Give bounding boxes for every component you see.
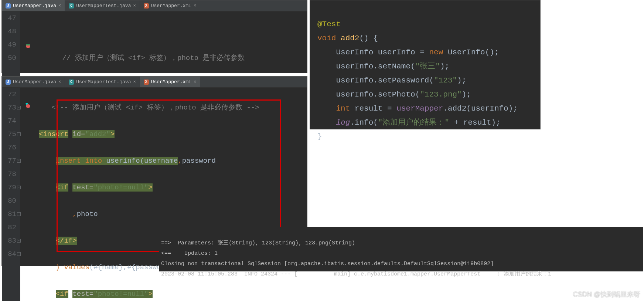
editor-panel-java: J UserMapper.java × C UserMapperTest.jav… — [1, 0, 307, 73]
java-icon: J — [6, 3, 11, 9]
line-number: 83− — [4, 234, 16, 247]
field-ref: userMapper — [396, 104, 443, 113]
tag-if-open: <if — [56, 183, 68, 192]
tag-gt: > — [148, 183, 152, 192]
sql-col: password — [182, 157, 216, 165]
tab-label: UserMapper.xml — [151, 79, 191, 85]
tag-if-close: </if> — [56, 237, 77, 245]
string-literal: "添加用户的结果：" — [378, 118, 449, 127]
code-text: + result); — [449, 118, 501, 127]
close-icon[interactable]: × — [133, 3, 136, 9]
line-number: 50 — [4, 51, 16, 65]
brace-close: } — [317, 132, 322, 141]
line-number: 84− — [4, 247, 16, 261]
method-name: add2 — [341, 34, 359, 43]
code-text: .add2(userInfo); — [443, 104, 518, 113]
tab-usermapper-xml[interactable]: X UserMapper.xml × — [140, 77, 200, 87]
editor-panel-test[interactable]: @Test void add2() { UserInfo userInfo = … — [310, 0, 541, 129]
sig: () { — [359, 34, 378, 43]
tab-bar: J UserMapper.java × C UserMapperTest.jav… — [2, 0, 307, 11]
tab-usermapper-java[interactable]: J UserMapper.java × — [2, 0, 65, 11]
xml-icon: X — [144, 3, 149, 9]
field-ref: log — [336, 118, 350, 127]
console-line: <== Updates: 1 — [161, 250, 218, 257]
gutter: 72 73 − 74 75− 76 77− 78 79− 80 81− 82 8… — [2, 88, 20, 301]
class-icon: C — [69, 80, 74, 85]
close-icon[interactable]: × — [58, 80, 61, 85]
keyword-void: void — [317, 34, 336, 43]
line-number: 82 — [4, 221, 16, 234]
line-number: 81− — [4, 207, 16, 221]
tab-usermappertest-java[interactable]: C UserMapperTest.java × — [65, 77, 140, 87]
tag-gt: > — [148, 290, 152, 298]
comma: , — [178, 157, 182, 165]
sql-insert-into: insert into userinfo(username — [56, 157, 178, 165]
line-number: 77− — [4, 154, 16, 168]
tab-label: UserMapper.java — [13, 79, 56, 85]
tag-insert-open: <insert — [39, 130, 68, 138]
string-literal: "123.png" — [420, 90, 461, 99]
line-number: 78 — [4, 168, 16, 181]
watermark: CSDN @快到锅里来呀 — [573, 290, 640, 299]
code-text: ); — [457, 76, 466, 85]
class-icon: C — [69, 3, 74, 9]
comment: // 添加用户（测试 <if> 标签），photo 是非必传参数 — [62, 54, 245, 62]
line-number: 75− — [4, 128, 16, 141]
tab-label: UserMapper.xml — [151, 3, 191, 9]
sql-values: values — [64, 263, 89, 271]
string-literal: "张三" — [415, 62, 440, 71]
console-line: ==> Parameters: 张三(String), 123(String),… — [161, 240, 355, 246]
line-number: 80 — [4, 194, 16, 207]
tag-if-open: <if — [56, 290, 68, 298]
code-text: userInfo.setPassword( — [336, 76, 434, 85]
tab-label: UserMapperTest.java — [76, 3, 131, 9]
line-number: 76 — [4, 141, 16, 154]
xml-comment: <!-- 添加用户（测试 <if> 标签），photo 是非必传参数 --> — [51, 104, 259, 112]
line-number: 72 — [4, 88, 16, 101]
attr-test: test="photo!=null" — [72, 290, 148, 298]
console-output[interactable]: ==> Parameters: 张三(String), 123(String),… — [159, 227, 643, 271]
code-text: ); — [440, 62, 449, 71]
tab-usermappertest-java[interactable]: C UserMapperTest.java × — [65, 0, 140, 11]
tab-usermapper-java[interactable]: J UserMapper.java × — [2, 77, 65, 87]
paren: ) — [56, 263, 60, 271]
java-icon: J — [6, 80, 11, 85]
line-number: 49 — [4, 38, 16, 51]
tab-bar: J UserMapper.java × C UserMapperTest.jav… — [2, 77, 307, 88]
attr-test: test="photo!=null" — [72, 183, 148, 192]
code-text: ); — [462, 90, 471, 99]
tag-gt: > — [110, 130, 115, 138]
code-text: userInfo.setName( — [336, 62, 415, 71]
comma: , — [72, 210, 76, 218]
tab-label: UserMapper.java — [13, 3, 56, 9]
close-icon[interactable]: × — [194, 80, 196, 85]
code-text: userInfo.setPhoto( — [336, 90, 420, 99]
line-number: 74 — [4, 114, 16, 128]
sql-col: photo — [77, 210, 98, 218]
code-text: UserInfo(); — [443, 48, 499, 57]
string-literal: "123" — [434, 76, 457, 85]
attr-id: id="add2" — [72, 130, 110, 138]
line-number: 79− — [4, 181, 16, 194]
keyword-int: int — [336, 104, 350, 113]
code-text: .info( — [350, 118, 378, 127]
keyword-new: new — [429, 48, 443, 57]
console-line: Closing non transactional SqlSession [or… — [161, 261, 494, 267]
line-number: 48 — [4, 25, 16, 38]
code-text: result = — [350, 104, 396, 113]
close-icon[interactable]: × — [58, 3, 61, 9]
tab-label: UserMapperTest.java — [76, 79, 131, 85]
console-line: 2023-02-08 11:15:05.283 INFO 24324 --- [… — [161, 271, 551, 277]
code-text: UserInfo userInfo = — [336, 48, 429, 57]
close-icon[interactable]: × — [133, 80, 136, 85]
xml-icon: X — [144, 80, 149, 85]
tab-usermapper-xml[interactable]: X UserMapper.xml × — [140, 0, 200, 11]
line-number: 73 − — [4, 101, 16, 114]
close-icon[interactable]: × — [194, 3, 196, 9]
line-number: 47 — [4, 11, 16, 25]
annotation-test: @Test — [317, 20, 341, 28]
